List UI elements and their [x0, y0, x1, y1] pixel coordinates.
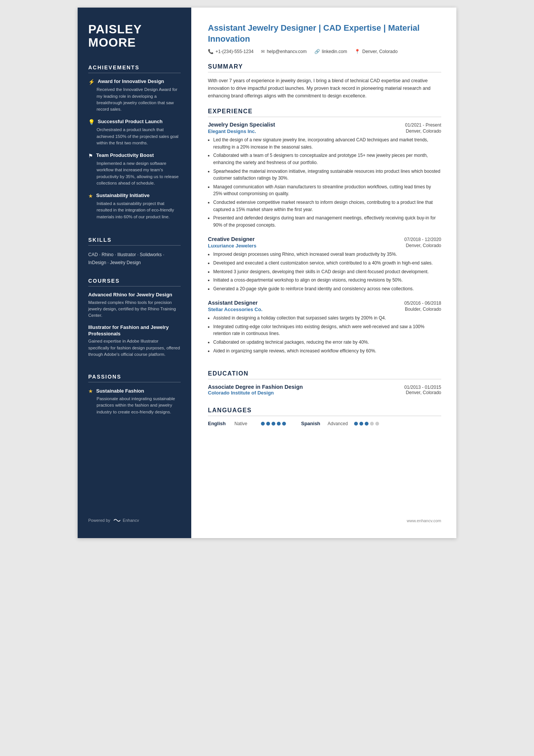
name-line2: MOORE [88, 36, 136, 49]
exp-location: Denver, Colorado [406, 243, 441, 249]
dot-1 [261, 422, 265, 426]
main-job-title: Assistant Jewelry Designer | CAD Experti… [208, 23, 441, 44]
achievement-item: ⚑ Team Productivity Boost Implemented a … [88, 152, 181, 186]
exp-date: 05/2016 - 06/2018 [404, 301, 441, 306]
course-title: Illustrator for Fashion and Jewelry Prof… [88, 324, 181, 337]
summary-text: With over 7 years of experience in jewel… [208, 77, 441, 100]
experience-title: EXPERIENCE [208, 108, 441, 117]
achievement-header: ⚡ Award for Innovative Design [88, 78, 181, 85]
courses-title: COURSES [88, 278, 181, 286]
dot-5 [375, 422, 379, 426]
main-header: Assistant Jewelry Designer | CAD Experti… [208, 23, 441, 54]
achievement-title: Successful Product Launch [98, 119, 162, 125]
course-title: Advanced Rhino for Jewelry Design [88, 292, 181, 298]
course-item: Advanced Rhino for Jewelry Design Master… [88, 292, 181, 319]
edu-date: 01/2013 - 01/2015 [404, 385, 441, 390]
bullet-item: Collaborated with a team of 5 designers … [213, 152, 441, 166]
achievement-header: 💡 Successful Product Launch [88, 119, 181, 125]
lang-name: English [208, 421, 231, 426]
bullet-item: Mentored 3 junior designers, developing … [213, 268, 441, 275]
passion-desc: Passionate about integrating sustainable… [88, 396, 181, 415]
achievement-item: ⚡ Award for Innovative Design Received t… [88, 78, 181, 113]
achievement-desc: Received the Innovative Design Award for… [88, 86, 181, 113]
edu-location: Denver, Colorado [406, 390, 441, 396]
achievement-desc: Initiated a sustainability project that … [88, 200, 181, 220]
achievement-desc: Implemented a new design software workfl… [88, 160, 181, 186]
bullet-item: Generated a 20-page style guide to reinf… [213, 285, 441, 293]
exp-location: Boulder, Colorado [405, 307, 441, 312]
enhancv-logo: Enhancv [113, 518, 139, 523]
lang-dots-spanish [354, 422, 379, 426]
bullet-item: Initiated a cross-departmental workshop … [213, 277, 441, 284]
lang-dots-english [261, 422, 286, 426]
achievement-item: 💡 Successful Product Launch Orchestrated… [88, 119, 181, 146]
bullet-item: Led the design of a new signature jewelr… [213, 136, 441, 150]
bullet-item: Spearheaded the material innovation init… [213, 168, 441, 182]
sidebar: PAISLEY MOORE ACHIEVEMENTS ⚡ Award for I… [78, 8, 191, 538]
edu-header-row: Associate Degree in Fashion Design 01/20… [208, 384, 441, 390]
achievement-title: Sustainability Initiative [96, 193, 150, 199]
location-icon: 📍 [354, 49, 360, 54]
edu-entry: Associate Degree in Fashion Design 01/20… [208, 384, 441, 396]
exp-entry-1: Jewelry Design Specialist 01/2021 - Pres… [208, 122, 441, 229]
exp-location: Denver, Colorado [406, 128, 441, 134]
language-spanish: Spanish Advanced [301, 421, 379, 426]
bullet-item: Conducted extensive competitive market r… [213, 199, 441, 213]
language-english: English Native [208, 421, 286, 426]
course-desc: Gained expertise in Adobe Illustrator sp… [88, 338, 181, 358]
contact-location: 📍 Denver, Colorado [354, 49, 397, 54]
languages-row: English Native Spanish Advanced [208, 421, 441, 426]
summary-title: SUMMARY [208, 63, 441, 72]
exp-company: Elegant Designs Inc. [208, 128, 256, 134]
skills-section: SKILLS CAD · Rhino · Illustrator · Solid… [88, 237, 181, 267]
lang-level: Advanced [328, 421, 350, 426]
bullet-item: Collaborated on updating technical packa… [213, 339, 441, 346]
lightbulb-icon: 💡 [88, 119, 95, 125]
star-icon: ★ [88, 388, 93, 394]
phone-number: +1-(234)-555-1234 [215, 49, 253, 54]
exp-company: Luxuriance Jewelers [208, 243, 256, 249]
achievements-title: ACHIEVEMENTS [88, 64, 181, 73]
passion-item: ★ Sustainable Fashion Passionate about i… [88, 388, 181, 415]
contact-email: ✉ help@enhancv.com [261, 49, 306, 54]
exp-company-row: Stellar Accessories Co. Boulder, Colorad… [208, 307, 441, 312]
dot-1 [354, 422, 358, 426]
skills-title: SKILLS [88, 237, 181, 246]
resume-container: PAISLEY MOORE ACHIEVEMENTS ⚡ Award for I… [78, 8, 456, 538]
achievement-desc: Orchestrated a product launch that achie… [88, 127, 181, 146]
achievement-title: Award for Innovative Design [98, 78, 164, 85]
linkedin-url: linkedin.com [322, 49, 347, 54]
exp-company-row: Elegant Designs Inc. Denver, Colorado [208, 128, 441, 134]
experience-section: EXPERIENCE Jewelry Design Specialist 01/… [208, 108, 441, 362]
bolt-icon: ⚡ [88, 79, 95, 85]
exp-job-title: Jewelry Design Specialist [208, 122, 275, 128]
powered-by-label: Powered by [88, 518, 110, 523]
main-content: Assistant Jewelry Designer | CAD Experti… [191, 8, 456, 538]
skills-text: CAD · Rhino · Illustrator · Solidworks ·… [88, 251, 181, 267]
contact-phone: 📞 +1-(234)-555-1234 [208, 49, 253, 54]
phone-icon: 📞 [208, 49, 214, 54]
exp-entry-2: Creative Designer 07/2018 - 12/2020 Luxu… [208, 236, 441, 292]
education-section: EDUCATION Associate Degree in Fashion De… [208, 370, 441, 399]
passion-title: Sustainable Fashion [96, 388, 144, 394]
dot-2 [359, 422, 363, 426]
dot-5 [282, 422, 286, 426]
achievement-title: Team Productivity Boost [96, 152, 154, 159]
exp-job-title: Creative Designer [208, 236, 255, 242]
exp-entry-3: Assistant Designer 05/2016 - 06/2018 Ste… [208, 300, 441, 354]
dot-3 [365, 422, 368, 426]
enhancv-logo-icon [113, 518, 121, 523]
location-text: Denver, Colorado [362, 49, 397, 54]
edu-school-row: Colorado Institute of Design Denver, Col… [208, 390, 441, 396]
candidate-name: PAISLEY MOORE [88, 23, 181, 49]
achievement-header: ⚑ Team Productivity Boost [88, 152, 181, 159]
contact-linkedin: 🔗 linkedin.com [314, 49, 347, 54]
bullet-item: Managed communication with Asian manufac… [213, 183, 441, 197]
email-address: help@enhancv.com [267, 49, 306, 54]
exp-company-row: Luxuriance Jewelers Denver, Colorado [208, 243, 441, 249]
achievements-section: ACHIEVEMENTS ⚡ Award for Innovative Desi… [88, 64, 181, 226]
achievement-header: ★ Sustainability Initiative [88, 193, 181, 199]
bullet-item: Integrated cutting-edge color techniques… [213, 323, 441, 337]
exp-date: 01/2021 - Present [405, 122, 441, 128]
flag-icon: ⚑ [88, 153, 93, 159]
